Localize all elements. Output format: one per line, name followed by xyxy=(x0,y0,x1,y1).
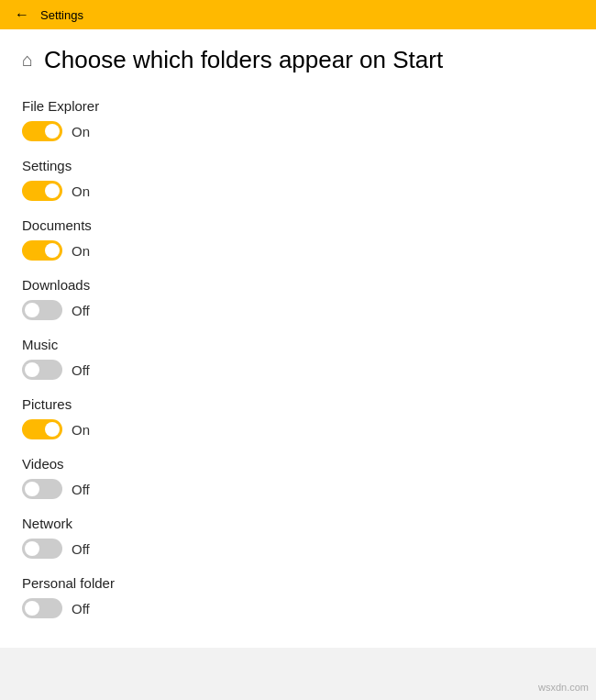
toggle-row-pictures: On xyxy=(22,419,574,439)
label-documents: Documents xyxy=(22,217,574,233)
toggle-documents[interactable] xyxy=(22,240,62,261)
label-pictures: Pictures xyxy=(22,396,574,412)
back-button[interactable]: ← xyxy=(7,0,37,29)
toggle-thumb-pictures xyxy=(45,422,60,437)
label-file-explorer: File Explorer xyxy=(22,98,574,114)
label-music: Music xyxy=(22,337,574,352)
toggle-label-settings: On xyxy=(72,183,90,199)
toggle-thumb-music xyxy=(25,362,39,377)
toggle-label-music: Off xyxy=(72,362,90,378)
toggle-row-personal-folder: Off xyxy=(22,598,574,618)
toggle-label-network: Off xyxy=(72,541,90,557)
toggle-thumb-personal-folder xyxy=(25,601,39,616)
home-icon: ⌂ xyxy=(22,50,33,71)
setting-row-music: MusicOff xyxy=(22,328,574,387)
setting-row-settings: SettingsOn xyxy=(22,149,574,208)
toggle-label-downloads: Off xyxy=(72,303,90,318)
toggle-thumb-network xyxy=(25,541,39,556)
toggle-music[interactable] xyxy=(22,360,62,380)
toggle-thumb-documents xyxy=(45,243,60,258)
page-header: ⌂ Choose which folders appear on Start xyxy=(0,29,596,89)
setting-row-pictures: PicturesOn xyxy=(22,387,574,447)
toggle-row-settings: On xyxy=(22,181,574,201)
toggle-label-videos: Off xyxy=(72,482,90,497)
toggle-settings[interactable] xyxy=(22,181,62,201)
label-videos: Videos xyxy=(22,456,574,472)
toggle-row-documents: On xyxy=(22,240,574,261)
label-downloads: Downloads xyxy=(22,277,574,293)
setting-row-file-explorer: File ExplorerOn xyxy=(22,89,574,149)
toggle-row-videos: Off xyxy=(22,479,574,499)
toggle-pictures[interactable] xyxy=(22,419,62,439)
toggle-label-personal-folder: Off xyxy=(72,601,90,617)
page-title: Choose which folders appear on Start xyxy=(44,46,443,74)
toggle-row-file-explorer: On xyxy=(22,121,574,141)
toggle-thumb-videos xyxy=(25,482,39,496)
toggle-label-pictures: On xyxy=(72,422,90,438)
toggle-row-network: Off xyxy=(22,539,574,559)
setting-row-network: NetworkOff xyxy=(22,506,574,566)
setting-row-videos: VideosOff xyxy=(22,447,574,506)
toggle-row-downloads: Off xyxy=(22,300,574,320)
setting-row-documents: DocumentsOn xyxy=(22,208,574,268)
title-bar: ← Settings xyxy=(0,0,596,29)
toggle-thumb-file-explorer xyxy=(45,124,60,139)
toggle-personal-folder[interactable] xyxy=(22,598,62,618)
toggle-file-explorer[interactable] xyxy=(22,121,62,141)
toggle-label-documents: On xyxy=(72,243,90,259)
settings-content: File ExplorerOnSettingsOnDocumentsOnDown… xyxy=(0,89,596,648)
title-bar-label: Settings xyxy=(40,8,83,22)
toggle-thumb-settings xyxy=(45,183,60,198)
setting-row-personal-folder: Personal folderOff xyxy=(22,566,574,626)
toggle-thumb-downloads xyxy=(25,303,39,317)
label-personal-folder: Personal folder xyxy=(22,575,574,591)
toggle-row-music: Off xyxy=(22,360,574,380)
label-network: Network xyxy=(22,516,574,531)
toggle-network[interactable] xyxy=(22,539,62,559)
toggle-label-file-explorer: On xyxy=(72,124,90,139)
watermark: wsxdn.com xyxy=(538,682,589,693)
toggle-videos[interactable] xyxy=(22,479,62,499)
label-settings: Settings xyxy=(22,158,574,173)
setting-row-downloads: DownloadsOff xyxy=(22,268,574,328)
toggle-downloads[interactable] xyxy=(22,300,62,320)
